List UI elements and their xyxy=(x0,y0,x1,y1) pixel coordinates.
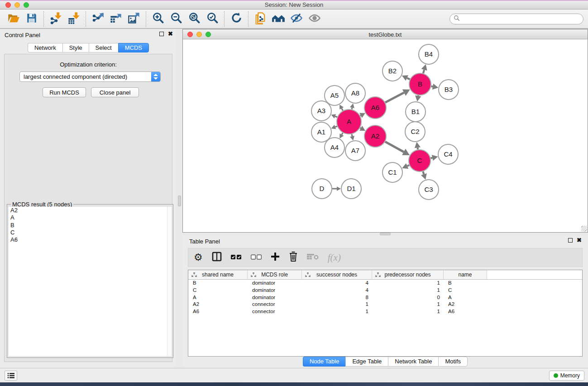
cell-name[interactable]: A6 xyxy=(444,308,487,315)
graph-node-A6[interactable]: A6 xyxy=(364,97,386,119)
cell-successor-nodes[interactable]: 4 xyxy=(302,280,372,287)
tab-mcds[interactable]: MCDS xyxy=(118,43,149,52)
criterion-dropdown[interactable]: largest connected component (directed) xyxy=(19,71,161,82)
cell-name[interactable]: B xyxy=(444,280,487,287)
result-item[interactable]: A2 xyxy=(9,207,172,214)
graph-node-C[interactable]: C xyxy=(409,150,430,172)
save-button[interactable] xyxy=(23,11,41,27)
cell-shared-name[interactable]: A2 xyxy=(188,301,248,308)
node-table[interactable]: shared nameMCDS rolesuccessor nodesprede… xyxy=(188,270,583,357)
tab-edge-table[interactable]: Edge Table xyxy=(345,357,388,367)
cell-MCDS-role[interactable]: dominator xyxy=(248,294,302,301)
zoom-fit-button[interactable] xyxy=(185,11,203,27)
open-folder-button[interactable] xyxy=(5,11,23,27)
cell-MCDS-role[interactable]: connector xyxy=(248,308,302,315)
memory-button[interactable]: Memory xyxy=(549,371,584,381)
tab-node-table[interactable]: Node Table xyxy=(303,357,346,367)
cell-predecessor-nodes[interactable]: 1 xyxy=(372,280,444,287)
close-panel-icon[interactable]: ✖ xyxy=(168,32,173,36)
clone-network-button[interactable] xyxy=(251,11,269,27)
cell-shared-name[interactable]: A6 xyxy=(188,308,248,315)
graph-node-A5[interactable]: A5 xyxy=(325,86,344,105)
result-item[interactable]: A6 xyxy=(9,236,172,243)
refresh-button[interactable] xyxy=(227,11,245,27)
tab-network-table[interactable]: Network Table xyxy=(388,357,438,367)
show-details-button[interactable] xyxy=(306,11,324,27)
graph-node-B2[interactable]: B2 xyxy=(382,61,402,81)
cell-shared-name[interactable]: A xyxy=(188,294,248,301)
graph-node-B4[interactable]: B4 xyxy=(419,44,439,64)
cell-predecessor-nodes[interactable]: 0 xyxy=(372,294,444,301)
network-canvas[interactable]: B4B2BB3A5A8A6A3B1AA1C2A2A4A7CC4C1C3DD1 xyxy=(183,39,588,232)
delete-column-button[interactable] xyxy=(289,251,298,264)
zoom-in-button[interactable] xyxy=(149,11,167,27)
table-row[interactable]: Bdominator41B xyxy=(188,280,582,287)
splitter-grip[interactable] xyxy=(178,195,181,206)
column-header-MCDS-role[interactable]: MCDS role xyxy=(248,270,302,279)
close-panel-icon[interactable]: ✖ xyxy=(577,238,582,243)
cell-name[interactable]: C xyxy=(444,287,487,294)
settings-gear-button[interactable]: ⚙ xyxy=(194,251,203,264)
graph-node-A3[interactable]: A3 xyxy=(311,101,331,121)
cell-successor-nodes[interactable]: 4 xyxy=(302,287,372,294)
scrollbar[interactable] xyxy=(167,207,172,356)
cell-successor-nodes[interactable]: 8 xyxy=(302,294,372,301)
graph-node-D[interactable]: D xyxy=(312,179,332,199)
graph-node-A2[interactable]: A2 xyxy=(364,125,386,147)
graph-node-C2[interactable]: C2 xyxy=(405,122,425,142)
table-row[interactable]: Cdominator41C xyxy=(188,287,582,294)
cell-predecessor-nodes[interactable]: 1 xyxy=(372,301,444,308)
graph-node-A7[interactable]: A7 xyxy=(345,141,365,161)
import-table-button[interactable] xyxy=(65,11,83,27)
graph-node-D1[interactable]: D1 xyxy=(341,179,361,199)
table-row[interactable]: A6connector11A6 xyxy=(188,308,582,315)
export-network-button[interactable] xyxy=(89,11,107,27)
column-header-successor-nodes[interactable]: successor nodes xyxy=(302,270,372,279)
deselect-all-checks-button[interactable] xyxy=(251,251,262,264)
graph-node-C4[interactable]: C4 xyxy=(438,144,458,164)
add-column-button[interactable] xyxy=(271,251,280,264)
panel-list-button[interactable] xyxy=(5,371,17,381)
home-button[interactable] xyxy=(269,11,287,27)
graph-node-A1[interactable]: A1 xyxy=(311,122,331,142)
search-input[interactable] xyxy=(462,14,583,24)
graph-node-B3[interactable]: B3 xyxy=(439,80,459,100)
graph-node-C1[interactable]: C1 xyxy=(382,162,402,182)
graph-node-B1[interactable]: B1 xyxy=(406,102,425,122)
cell-MCDS-role[interactable]: dominator xyxy=(248,287,302,294)
cell-MCDS-role[interactable]: dominator xyxy=(248,280,302,287)
float-panel-icon[interactable] xyxy=(568,238,573,243)
cell-MCDS-role[interactable]: connector xyxy=(248,301,302,308)
mcds-result-list[interactable]: A2ABCA6 xyxy=(9,207,172,356)
graph-node-B[interactable]: B xyxy=(409,73,431,95)
graph-node-A8[interactable]: A8 xyxy=(345,83,365,103)
import-network-button[interactable] xyxy=(47,11,65,27)
zoom-selected-button[interactable] xyxy=(203,11,221,27)
cell-shared-name[interactable]: B xyxy=(188,280,248,287)
zoom-out-button[interactable] xyxy=(167,11,185,27)
result-item[interactable]: A xyxy=(9,214,172,221)
cell-name[interactable]: A2 xyxy=(444,301,487,308)
cell-successor-nodes[interactable]: 1 xyxy=(302,308,372,315)
result-item[interactable]: B xyxy=(9,222,172,229)
column-header-predecessor-nodes[interactable]: predecessor nodes xyxy=(372,270,444,279)
search-box[interactable] xyxy=(449,14,583,24)
cell-predecessor-nodes[interactable]: 1 xyxy=(372,308,444,315)
float-panel-icon[interactable] xyxy=(159,32,164,36)
cell-shared-name[interactable]: C xyxy=(188,287,248,294)
tab-network[interactable]: Network xyxy=(28,43,62,52)
vertical-splitter[interactable] xyxy=(177,29,182,368)
tab-style[interactable]: Style xyxy=(62,43,89,52)
graph-node-A[interactable]: A xyxy=(337,110,361,134)
select-all-checks-button[interactable] xyxy=(231,251,242,264)
table-row[interactable]: A2connector11A2 xyxy=(188,301,582,308)
column-header-shared-name[interactable]: shared name xyxy=(188,270,248,279)
resize-grip-icon[interactable] xyxy=(581,226,587,232)
close-panel-button[interactable]: Close panel xyxy=(91,87,139,97)
cell-predecessor-nodes[interactable]: 1 xyxy=(372,287,444,294)
tab-motifs[interactable]: Motifs xyxy=(438,357,468,367)
graph-node-C3[interactable]: C3 xyxy=(419,180,439,200)
hide-details-button[interactable] xyxy=(287,11,306,27)
columns-button[interactable] xyxy=(212,251,222,264)
table-row[interactable]: Adominator80A xyxy=(188,294,582,301)
